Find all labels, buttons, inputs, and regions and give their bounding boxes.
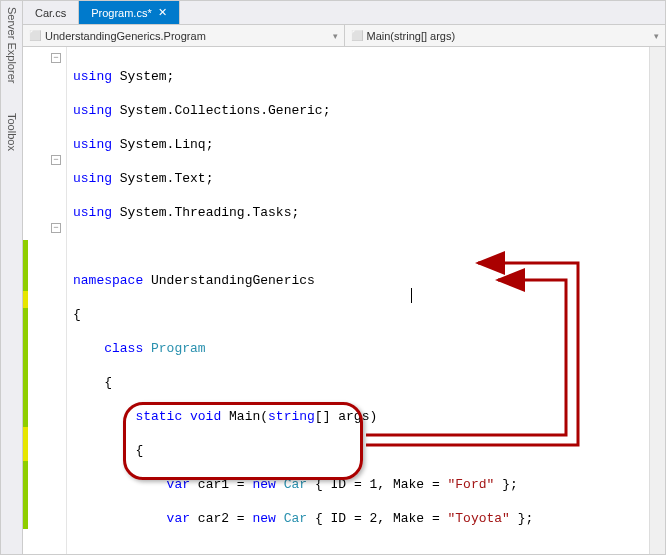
vertical-scrollbar[interactable]	[649, 47, 665, 554]
fold-toggle[interactable]: −	[51, 53, 61, 63]
change-marker	[23, 461, 28, 529]
editor-gutter: − − −	[23, 47, 67, 554]
change-marker	[23, 308, 28, 427]
class-icon: ⬜	[29, 30, 41, 42]
class-dropdown[interactable]: ⬜ UnderstandingGenerics.Program ▾	[23, 25, 345, 46]
text-cursor	[411, 288, 412, 303]
code-area[interactable]: using System; using System.Collections.G…	[67, 47, 665, 554]
change-marker-unsaved	[23, 427, 28, 461]
close-icon[interactable]: ✕	[158, 6, 167, 19]
chevron-down-icon: ▾	[654, 31, 659, 41]
change-marker	[23, 240, 28, 291]
code-editor[interactable]: − − − using System; using System.Collect…	[23, 47, 665, 554]
chevron-down-icon: ▾	[333, 31, 338, 41]
fold-toggle[interactable]: −	[51, 155, 61, 165]
change-marker-unsaved	[23, 291, 28, 308]
tab-car-cs[interactable]: Car.cs	[23, 1, 79, 24]
document-tabs: Car.cs Program.cs* ✕	[23, 1, 665, 25]
editor-main: Car.cs Program.cs* ✕ ⬜ UnderstandingGene…	[23, 1, 665, 554]
method-icon: ⬜	[351, 30, 363, 42]
method-name: Main(string[] args)	[367, 30, 456, 42]
server-explorer-tab[interactable]: Server Explorer	[6, 7, 18, 83]
tab-label: Program.cs*	[91, 7, 152, 19]
fold-toggle[interactable]: −	[51, 223, 61, 233]
navigation-bar: ⬜ UnderstandingGenerics.Program ▾ ⬜ Main…	[23, 25, 665, 47]
side-panel-container: Server Explorer Toolbox	[1, 1, 23, 554]
tab-program-cs[interactable]: Program.cs* ✕	[79, 1, 180, 24]
toolbox-tab[interactable]: Toolbox	[6, 113, 18, 151]
method-dropdown[interactable]: ⬜ Main(string[] args) ▾	[345, 25, 666, 46]
class-name: UnderstandingGenerics.Program	[45, 30, 206, 42]
tab-label: Car.cs	[35, 7, 66, 19]
